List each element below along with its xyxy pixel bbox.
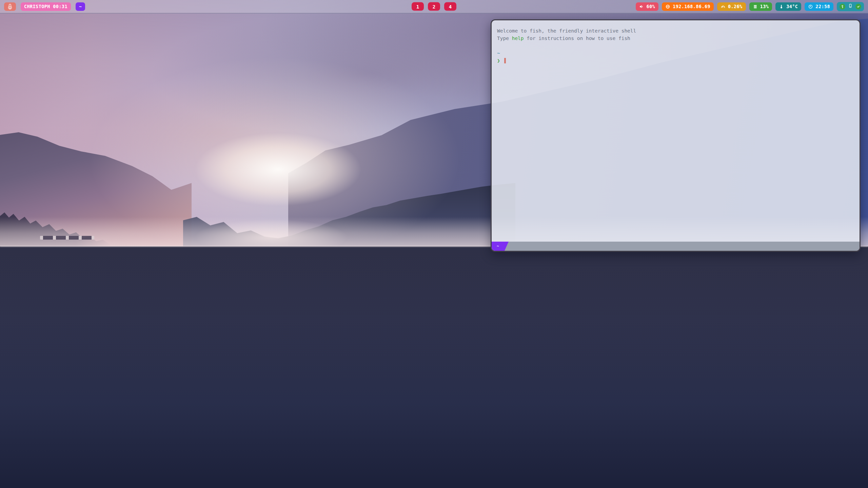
- terminal-greeting-line1: Welcome to fish, the friendly interactiv…: [497, 27, 854, 35]
- workspace-button-4[interactable]: 4: [444, 2, 456, 11]
- phone-icon[interactable]: [848, 3, 853, 10]
- clock-module[interactable]: 22:58: [805, 2, 833, 11]
- gauge-icon: [721, 4, 726, 9]
- prompt-line: ❯: [497, 57, 854, 64]
- terminal-greeting-line2: Type help for instructions on how to use…: [497, 35, 854, 42]
- workspace-4-label: 4: [449, 4, 452, 9]
- lake-water: [0, 246, 868, 488]
- clock-value: 22:58: [815, 4, 830, 9]
- greeting-line2-suffix: for instructions on how to use fish: [524, 36, 630, 41]
- temperature-value: 34°C: [786, 4, 798, 9]
- cpu-value: 0.26%: [728, 4, 743, 9]
- volume-value: 60%: [647, 4, 655, 9]
- workspace-button-1[interactable]: 1: [412, 2, 424, 11]
- terminal-cursor: [504, 58, 506, 63]
- window-title-badge: ~: [76, 2, 85, 11]
- prompt-symbol: ❯: [497, 58, 500, 63]
- window-title-label: ~: [79, 4, 82, 9]
- key-icon[interactable]: [840, 4, 845, 9]
- terminal-tab[interactable]: ~: [492, 242, 509, 251]
- greeting-line2-prefix: Type: [497, 36, 512, 41]
- terminal-tab-label: ~: [497, 244, 499, 248]
- network-value: 192.168.86.69: [673, 4, 710, 9]
- workspace-2-label: 2: [433, 4, 435, 9]
- workspace-button-2[interactable]: 2: [428, 2, 440, 11]
- cpu-module[interactable]: 0.26%: [717, 2, 746, 11]
- globe-icon: [665, 4, 670, 9]
- linux-penguin-icon: [7, 3, 13, 10]
- temperature-module[interactable]: 34°C: [775, 2, 801, 11]
- terminal-tab-bar: ~: [492, 242, 860, 251]
- thermometer-icon: [779, 4, 784, 9]
- session-label: CHRISTOPH 00:31: [24, 4, 67, 9]
- memory-module[interactable]: 13%: [749, 2, 772, 11]
- shore-structures: [40, 236, 94, 240]
- volume-module[interactable]: 60%: [636, 2, 659, 11]
- status-modules: 60% 192.168.86.69 0.26%: [636, 2, 864, 11]
- water-tint: [0, 246, 868, 488]
- network-module[interactable]: 192.168.86.69: [662, 2, 714, 11]
- memory-stack-icon: [753, 4, 758, 9]
- launcher-button[interactable]: [4, 2, 16, 11]
- greeting-help-keyword: help: [512, 36, 524, 41]
- terminal-window[interactable]: Welcome to fish, the friendly interactiv…: [491, 19, 861, 252]
- clock-icon: [808, 4, 813, 9]
- memory-value: 13%: [760, 4, 769, 9]
- speaker-icon: [639, 4, 644, 9]
- session-badge: CHRISTOPH 00:31: [21, 2, 71, 11]
- terminal-blank-line: [497, 42, 854, 49]
- prompt-path: ~: [497, 49, 854, 57]
- system-tray: [837, 2, 864, 11]
- workspace-switcher: 1 2 4: [412, 2, 456, 11]
- check-icon[interactable]: [855, 4, 861, 9]
- status-bar: CHRISTOPH 00:31 ~ 1 2 4 60%: [0, 0, 868, 14]
- workspace-1-label: 1: [416, 4, 419, 9]
- terminal-content[interactable]: Welcome to fish, the friendly interactiv…: [492, 20, 860, 242]
